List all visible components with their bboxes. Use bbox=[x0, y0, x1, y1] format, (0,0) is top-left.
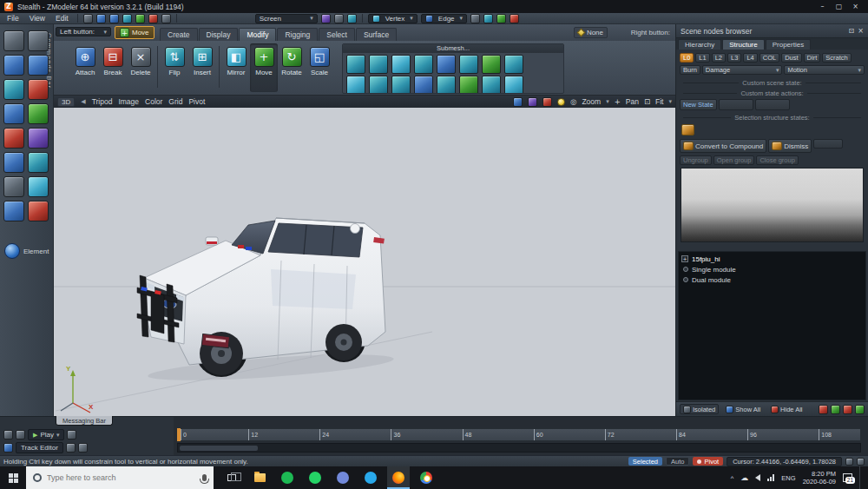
redo-icon[interactable] bbox=[161, 14, 171, 23]
tool-icon[interactable] bbox=[28, 152, 49, 173]
tab-create[interactable]: Create bbox=[160, 28, 198, 41]
object-mode-icon[interactable] bbox=[483, 14, 493, 23]
material-view-icon[interactable] bbox=[528, 97, 537, 107]
lod-l4-button[interactable]: L4 bbox=[743, 53, 757, 63]
messaging-bar-tab[interactable]: Messaging Bar bbox=[56, 416, 113, 426]
edge-mode-toggle[interactable]: Edge ▾ bbox=[421, 14, 467, 23]
radio-icon[interactable] bbox=[683, 267, 688, 272]
motion-dropdown[interactable]: Motion ▾ bbox=[784, 65, 865, 75]
tool-icon[interactable] bbox=[3, 152, 24, 173]
convert-to-compound-button[interactable]: Convert to Compound bbox=[680, 139, 766, 153]
zoom-control[interactable]: Zoom bbox=[582, 97, 601, 106]
hide-all-button[interactable]: Hide All bbox=[767, 404, 806, 414]
dismiss-button[interactable]: Dismiss bbox=[768, 139, 812, 153]
action-center-icon[interactable]: 21 bbox=[843, 473, 852, 482]
open-icon[interactable] bbox=[96, 14, 106, 23]
tool-icon[interactable] bbox=[3, 176, 24, 197]
start-button[interactable] bbox=[0, 466, 26, 489]
viewport-menu-tripod[interactable]: Tripod bbox=[92, 97, 113, 106]
taskbar-search[interactable] bbox=[26, 466, 214, 489]
tool-icon[interactable] bbox=[3, 79, 24, 100]
status-layout-icon[interactable] bbox=[857, 458, 865, 466]
left-button-tool-chip[interactable]: + Move bbox=[115, 26, 155, 39]
task-view-button[interactable] bbox=[220, 466, 243, 489]
tab-surface[interactable]: Surface bbox=[356, 28, 397, 41]
language-indicator[interactable]: ENG bbox=[781, 474, 795, 482]
tab-display[interactable]: Display bbox=[199, 28, 239, 41]
submesh-icon[interactable] bbox=[391, 55, 411, 74]
spotify-button[interactable] bbox=[276, 466, 299, 489]
tab-modify[interactable]: Modify bbox=[239, 28, 276, 41]
submesh-icon[interactable] bbox=[482, 76, 501, 94]
file-explorer-button[interactable] bbox=[248, 466, 271, 489]
viewport-menu-grid[interactable]: Grid bbox=[168, 97, 182, 106]
clock[interactable]: 8:20 PM 2020-06-09 bbox=[803, 470, 836, 486]
scrollbar-thumb[interactable] bbox=[180, 446, 258, 451]
break-button[interactable]: ⊟ Break bbox=[99, 43, 127, 92]
network-icon[interactable] bbox=[767, 474, 774, 481]
export-icon[interactable] bbox=[135, 14, 145, 23]
status-grid-icon[interactable] bbox=[845, 458, 853, 466]
flip-button[interactable]: ⇅ Flip bbox=[161, 43, 188, 92]
chrome-button[interactable] bbox=[415, 466, 437, 489]
axes-lock-icon[interactable] bbox=[510, 14, 519, 23]
close-button[interactable]: × bbox=[847, 3, 864, 10]
delete-button[interactable]: × Delete bbox=[127, 43, 155, 92]
node-row[interactable]: Dual module bbox=[681, 274, 863, 285]
collapse-icon[interactable]: ◀ bbox=[81, 98, 85, 105]
timeline-scrollbar[interactable] bbox=[177, 443, 861, 453]
vertex-mode-toggle[interactable]: Vertex ▾ bbox=[368, 14, 418, 23]
submesh-icon[interactable] bbox=[437, 76, 456, 94]
right-button-tool-chip[interactable]: None bbox=[574, 27, 608, 38]
panel-close-icon[interactable]: × bbox=[858, 27, 864, 35]
lod-l2-button[interactable]: L2 bbox=[712, 53, 726, 63]
state-action-button[interactable] bbox=[755, 99, 790, 110]
maximize-button[interactable]: ▢ bbox=[831, 3, 847, 10]
pan-control[interactable]: Pan bbox=[626, 97, 639, 106]
submesh-icon[interactable] bbox=[482, 55, 501, 74]
minimize-button[interactable]: – bbox=[814, 3, 831, 10]
viewport-canvas[interactable]: Y X bbox=[54, 108, 675, 416]
step-forward-icon[interactable] bbox=[67, 430, 76, 439]
search-input[interactable] bbox=[47, 473, 177, 482]
submesh-icon[interactable] bbox=[414, 76, 433, 94]
tool-icon[interactable] bbox=[28, 176, 49, 197]
viewport-menu-pivot[interactable]: Pivot bbox=[188, 97, 205, 106]
submesh-icon[interactable] bbox=[369, 55, 388, 74]
tool-icon[interactable] bbox=[3, 55, 24, 76]
tray-expand-icon[interactable]: ^ bbox=[731, 474, 734, 482]
fit-icon[interactable]: ⊡ bbox=[644, 97, 650, 106]
close-group-button[interactable]: Close group bbox=[756, 155, 798, 165]
left-button-dropdown[interactable]: Left button: ▾ bbox=[56, 27, 111, 36]
firefox-button[interactable] bbox=[387, 466, 410, 489]
rotate-button[interactable]: ↻ Rotate bbox=[278, 43, 306, 92]
poly-mode-icon[interactable] bbox=[470, 14, 480, 23]
render-mode-icon[interactable] bbox=[513, 97, 523, 107]
node-row[interactable]: Single module bbox=[681, 264, 863, 274]
tool-icon[interactable] bbox=[28, 30, 49, 51]
tab-select[interactable]: Select bbox=[319, 28, 355, 41]
node-row[interactable]: + 15fpiu_hi bbox=[681, 254, 863, 264]
open-group-button[interactable]: Open group bbox=[713, 155, 755, 165]
screen-mode-dropdown[interactable]: Screen ▾ bbox=[255, 14, 318, 23]
lod-dust-button[interactable]: Dust bbox=[781, 53, 801, 63]
lod-col-button[interactable]: COL bbox=[760, 53, 779, 63]
rewind-icon[interactable] bbox=[3, 430, 13, 439]
show-all-button[interactable]: Show All bbox=[722, 404, 764, 414]
viewport-menu-color[interactable]: Color bbox=[145, 97, 162, 106]
lod-l3-button[interactable]: L3 bbox=[727, 53, 741, 63]
submesh-icon[interactable] bbox=[346, 76, 365, 94]
compound-extra-button[interactable] bbox=[813, 139, 843, 149]
tool-icon[interactable] bbox=[28, 55, 49, 76]
submesh-icon[interactable] bbox=[504, 76, 523, 94]
tool-icon[interactable] bbox=[3, 103, 24, 124]
submesh-icon[interactable] bbox=[459, 76, 478, 94]
submesh-icon[interactable] bbox=[369, 76, 388, 94]
tool-icon[interactable] bbox=[28, 201, 49, 221]
ungroup-button[interactable]: Ungroup bbox=[680, 155, 712, 165]
wire-toggle-icon[interactable] bbox=[334, 14, 344, 23]
lod-l1-button[interactable]: L1 bbox=[695, 53, 709, 63]
snap-keys-icon[interactable] bbox=[78, 443, 88, 453]
viewport-menu-image[interactable]: Image bbox=[118, 97, 139, 106]
pan-icon[interactable]: + bbox=[615, 97, 621, 106]
